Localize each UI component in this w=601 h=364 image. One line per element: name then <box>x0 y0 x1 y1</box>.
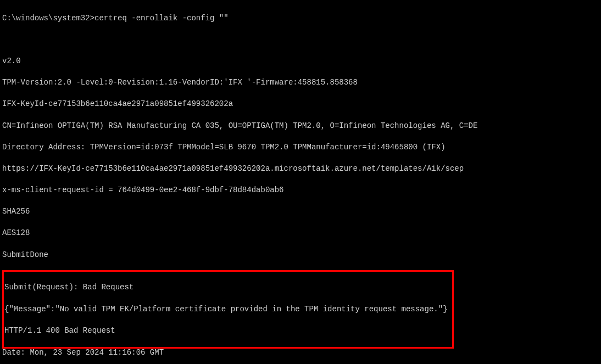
error-message-line: {"Message":"No valid TPM EK/Platform cer… <box>4 304 452 315</box>
ifx-keyid-line: IFX-KeyId-ce77153b6e110ca4ae2971a09851ef… <box>2 99 599 110</box>
error-submit-line: Submit(Request): Bad Request <box>4 282 452 293</box>
client-request-id-line: x-ms-client-request-id = 764d0499-0ee2-4… <box>2 185 599 196</box>
error-http-line: HTTP/1.1 400 Bad Request <box>4 326 452 337</box>
url-line: https://IFX-KeyId-ce77153b6e110ca4ae2971… <box>2 164 599 175</box>
date-line: Date: Mon, 23 Sep 2024 11:16:06 GMT <box>2 348 599 359</box>
error-highlight-box: Submit(Request): Bad Request {"Message":… <box>2 270 454 349</box>
sha256-line: SHA256 <box>2 206 599 217</box>
blank-line <box>2 35 599 46</box>
cn-line: CN=Infineon OPTIGA(TM) RSA Manufacturing… <box>2 121 599 132</box>
prompt-line: C:\windows\system32>certreq -enrollaik -… <box>2 13 599 24</box>
aes128-line: AES128 <box>2 228 599 239</box>
tpm-version-line: TPM-Version:2.0 -Level:0-Revision:1.16-V… <box>2 77 599 88</box>
terminal-output[interactable]: C:\windows\system32>certreq -enrollaik -… <box>2 2 599 364</box>
submit-done-line: SubmitDone <box>2 250 599 261</box>
directory-address-line: Directory Address: TPMVersion=id:073f TP… <box>2 142 599 153</box>
version-line: v2.0 <box>2 56 599 67</box>
